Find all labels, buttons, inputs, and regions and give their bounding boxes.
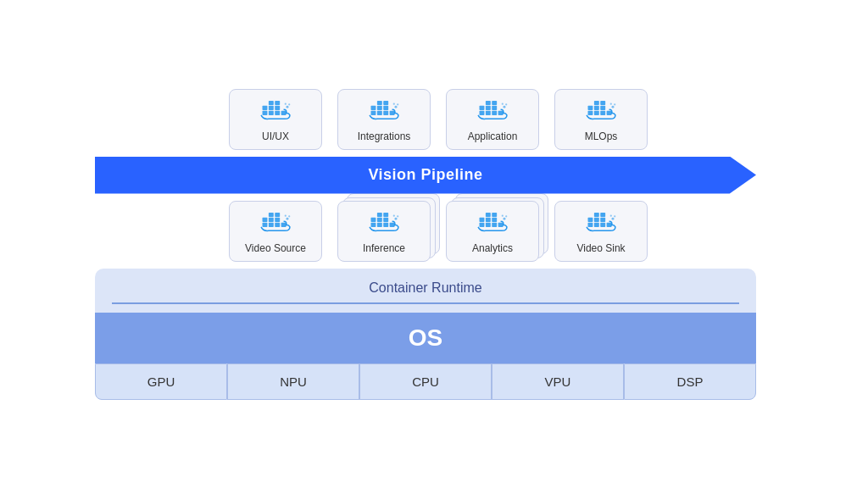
docker-icon — [368, 210, 400, 237]
svg-rect-52 — [263, 217, 268, 221]
svg-rect-67 — [377, 212, 382, 216]
svg-rect-68 — [383, 212, 388, 216]
svg-rect-56 — [275, 212, 280, 216]
box-label: Video Sink — [576, 242, 625, 254]
docker-icon — [476, 210, 509, 237]
architecture-diagram: UI/UX Integrations Applica — [86, 89, 782, 400]
os-label: OS — [409, 324, 442, 351]
svg-rect-5 — [269, 105, 274, 109]
svg-rect-12 — [371, 110, 376, 114]
svg-point-70 — [397, 215, 398, 217]
svg-rect-54 — [275, 217, 280, 221]
svg-point-69 — [395, 217, 398, 219]
svg-rect-48 — [263, 222, 268, 226]
svg-rect-31 — [486, 100, 491, 104]
svg-point-34 — [505, 103, 507, 105]
middle-box-inference: Inference — [337, 201, 431, 262]
svg-rect-74 — [492, 222, 497, 226]
svg-point-93 — [612, 217, 615, 219]
svg-rect-44 — [600, 100, 605, 104]
middle-container-row: Video Source Inference Ana — [86, 201, 782, 262]
svg-rect-61 — [377, 222, 382, 226]
hw-box-gpu: GPU — [95, 363, 227, 400]
svg-rect-29 — [486, 105, 491, 109]
hw-box-npu: NPU — [227, 363, 359, 400]
svg-rect-55 — [269, 212, 274, 216]
svg-rect-40 — [588, 105, 593, 109]
svg-rect-87 — [607, 222, 612, 226]
svg-rect-43 — [594, 100, 599, 104]
svg-rect-18 — [383, 105, 388, 109]
svg-point-23 — [393, 103, 395, 104]
svg-rect-0 — [263, 110, 268, 114]
docker-icon — [259, 210, 292, 237]
svg-rect-72 — [480, 222, 485, 226]
svg-point-83 — [502, 214, 504, 216]
os-block: OS — [95, 313, 756, 363]
docker-icon — [368, 98, 400, 125]
hw-box-vpu: VPU — [492, 363, 624, 400]
svg-rect-27 — [498, 110, 504, 114]
svg-rect-88 — [588, 217, 593, 221]
lower-block: Container Runtime OS GPUNPUCPUVPUDSP — [86, 269, 782, 400]
box-label: Integrations — [358, 130, 411, 142]
box-label: Video Source — [245, 242, 306, 254]
middle-box-analytics: Analytics — [446, 201, 539, 262]
svg-rect-80 — [492, 212, 497, 216]
svg-rect-20 — [383, 100, 388, 104]
svg-rect-75 — [498, 222, 504, 226]
pipeline-label: Vision Pipeline — [368, 166, 482, 184]
svg-point-11 — [285, 103, 287, 104]
svg-rect-16 — [371, 105, 376, 109]
middle-box-video-source: Video Source — [229, 201, 322, 262]
svg-rect-41 — [594, 105, 599, 109]
svg-point-45 — [612, 105, 615, 108]
top-box-application: Application — [446, 89, 539, 150]
middle-box-video-sink: Video Sink — [554, 201, 648, 262]
svg-rect-89 — [594, 217, 599, 221]
svg-rect-51 — [281, 222, 287, 226]
svg-point-58 — [288, 215, 290, 217]
svg-rect-25 — [486, 110, 491, 114]
box-label: MLOps — [585, 130, 618, 142]
svg-point-22 — [397, 103, 398, 105]
svg-point-35 — [502, 103, 504, 104]
svg-rect-4 — [263, 105, 268, 109]
svg-rect-15 — [390, 110, 395, 114]
svg-rect-78 — [492, 217, 497, 221]
svg-rect-26 — [492, 110, 497, 114]
svg-rect-76 — [480, 217, 485, 221]
svg-rect-30 — [492, 105, 497, 109]
svg-rect-49 — [269, 222, 274, 226]
svg-rect-2 — [275, 110, 280, 114]
svg-rect-1 — [269, 110, 274, 114]
docker-icon — [585, 210, 617, 237]
svg-rect-84 — [588, 222, 593, 226]
svg-rect-39 — [607, 110, 612, 114]
svg-rect-77 — [486, 217, 491, 221]
svg-rect-14 — [383, 110, 388, 114]
vision-pipeline-arrow: Vision Pipeline — [95, 157, 756, 194]
container-runtime-label: Container Runtime — [112, 280, 739, 296]
svg-rect-17 — [377, 105, 382, 109]
svg-rect-19 — [377, 100, 382, 104]
svg-point-59 — [285, 214, 287, 216]
top-box-integrations: Integrations — [337, 89, 431, 150]
svg-rect-37 — [594, 110, 599, 114]
svg-rect-28 — [480, 105, 485, 109]
svg-rect-85 — [594, 222, 599, 226]
svg-rect-42 — [600, 105, 605, 109]
svg-point-95 — [610, 214, 612, 216]
svg-rect-73 — [486, 222, 491, 226]
top-box-mlops: MLOps — [554, 89, 648, 150]
svg-point-57 — [287, 217, 289, 219]
svg-rect-8 — [275, 100, 280, 104]
svg-point-46 — [614, 103, 615, 105]
svg-point-10 — [288, 103, 290, 105]
hw-box-cpu: CPU — [359, 363, 492, 400]
svg-rect-6 — [275, 105, 280, 109]
svg-point-47 — [610, 103, 612, 104]
svg-rect-3 — [281, 110, 287, 114]
top-box-ui-ux: UI/UX — [229, 89, 322, 150]
svg-rect-86 — [600, 222, 605, 226]
